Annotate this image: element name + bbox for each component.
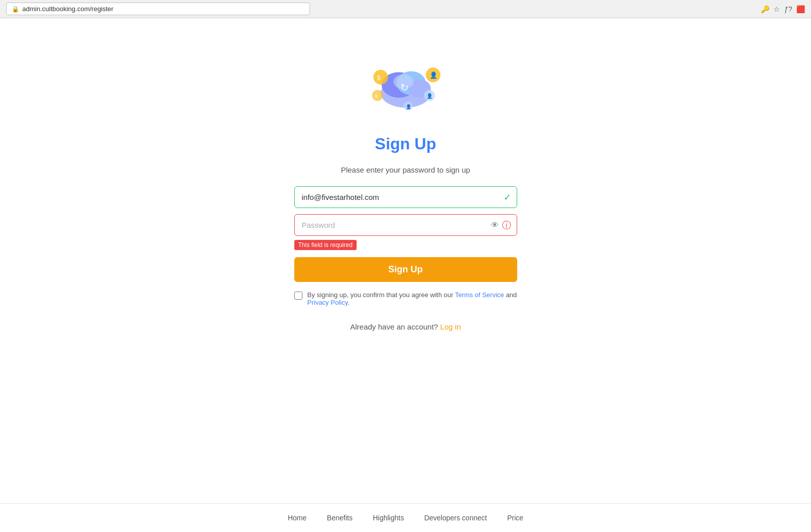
footer-link-highlights[interactable]: Highlights	[373, 514, 404, 522]
check-icon: ✓	[504, 192, 511, 203]
svg-text:👤: 👤	[429, 71, 437, 79]
key-icon[interactable]: 🔑	[761, 5, 769, 13]
terms-of-service-link[interactable]: Terms of Service	[455, 291, 504, 299]
svg-text:↻: ↻	[400, 82, 409, 93]
browser-actions: 🔑 ☆ ƒ? 🟥	[761, 5, 805, 13]
font-icon[interactable]: ƒ?	[784, 5, 792, 13]
main-content: ↻ $ $ 👤 👤 👤 Sign Up Please enter your pa…	[0, 18, 811, 503]
svg-text:👤: 👤	[427, 93, 433, 99]
privacy-policy-link[interactable]: Privacy Policy	[307, 299, 348, 306]
signup-button[interactable]: Sign Up	[294, 257, 517, 282]
login-row: Already have an account? Log in	[294, 322, 517, 331]
form-subtitle: Please enter your password to sign up	[341, 166, 470, 174]
url-bar[interactable]: 🔒 admin.cultbooking.com/register	[6, 3, 310, 15]
field-error-message: This field is required	[294, 240, 357, 250]
lock-icon: 🔒	[12, 6, 19, 13]
svg-text:$: $	[377, 74, 380, 81]
email-field-wrapper: ✓	[294, 186, 517, 208]
svg-text:👤: 👤	[406, 104, 412, 110]
terms-checkbox[interactable]	[294, 292, 302, 300]
password-field-wrapper: 👁 ⓘ	[294, 214, 517, 236]
hero-illustration: ↻ $ $ 👤 👤 👤	[355, 49, 456, 119]
terms-text: By signing up, you confirm that you agre…	[307, 291, 517, 306]
signup-form: ✓ 👁 ⓘ This field is required Sign Up By …	[294, 186, 517, 331]
footer-link-developers-connect[interactable]: Developers connect	[424, 514, 487, 522]
error-message-container: This field is required	[294, 238, 517, 250]
footer-nav: Home Benefits Highlights Developers conn…	[0, 503, 811, 532]
already-account-text: Already have an account?	[350, 322, 438, 331]
password-input[interactable]	[294, 214, 517, 236]
svg-text:$: $	[374, 93, 377, 99]
svg-point-6	[373, 70, 388, 85]
footer-link-benefits[interactable]: Benefits	[327, 514, 353, 522]
url-text: admin.cultbooking.com/register	[22, 5, 113, 13]
email-valid-icon: ✓	[504, 192, 511, 203]
star-icon[interactable]: ☆	[774, 5, 780, 13]
avatar-icon[interactable]: 🟥	[796, 5, 805, 13]
password-icons: 👁 ⓘ	[491, 219, 511, 231]
email-input[interactable]	[294, 186, 517, 208]
page-title: Sign Up	[375, 135, 436, 153]
login-link[interactable]: Log in	[440, 322, 461, 331]
error-indicator-icon: ⓘ	[502, 219, 511, 231]
browser-chrome: 🔒 admin.cultbooking.com/register 🔑 ☆ ƒ? …	[0, 0, 811, 18]
footer-link-price[interactable]: Price	[507, 514, 523, 522]
footer-link-home[interactable]: Home	[288, 514, 306, 522]
eye-icon[interactable]: 👁	[491, 221, 499, 230]
terms-row: By signing up, you confirm that you agre…	[294, 291, 517, 306]
